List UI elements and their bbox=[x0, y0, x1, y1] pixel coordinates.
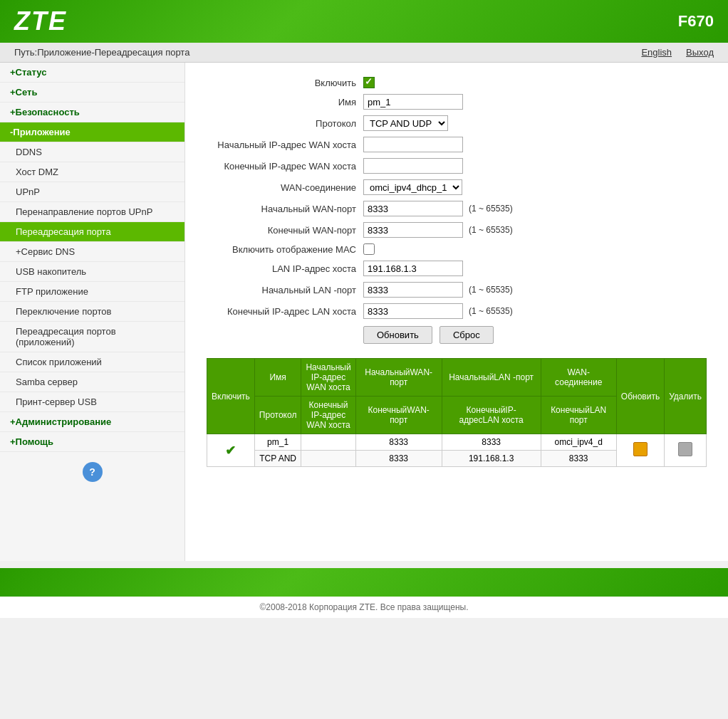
lan-ip-label: LAN IP-адрес хоста bbox=[207, 263, 363, 274]
form-row-wan-conn: WAN-соединение omci_ipv4_dhcp_1 bbox=[207, 179, 707, 195]
delete-icon[interactable] bbox=[678, 442, 692, 456]
footer-text: ©2008-2018 Корпорация ZTE. Все права защ… bbox=[0, 597, 728, 618]
th-wan-start-port: НачальныйWAN-порт bbox=[355, 359, 442, 397]
th-wan-end-port: КонечныйWAN-порт bbox=[355, 397, 442, 434]
sidebar-item-security[interactable]: +Безопасность bbox=[0, 103, 184, 122]
form-row-mac-map: Включить отображение MAC bbox=[207, 243, 707, 255]
sidebar: +Статус +Сеть +Безопасность -Приложение … bbox=[0, 63, 185, 561]
reset-button[interactable]: Сброс bbox=[440, 326, 494, 344]
wan-start-ip-input[interactable] bbox=[363, 137, 463, 152]
row-wan-conn: omci_ipv4_d bbox=[541, 434, 616, 451]
model-name: F670 bbox=[678, 12, 714, 31]
sidebar-item-port-switch[interactable]: Переключение портов bbox=[0, 302, 184, 322]
name-input[interactable] bbox=[363, 94, 463, 110]
th-delete: Удалить bbox=[665, 359, 707, 434]
wan-conn-select[interactable]: omci_ipv4_dhcp_1 bbox=[363, 179, 462, 195]
sidebar-help: ? bbox=[0, 452, 184, 492]
wan-start-port-input[interactable] bbox=[363, 201, 463, 216]
sidebar-item-port-fwd[interactable]: Переадресация порта bbox=[0, 222, 184, 242]
breadcrumb: Путь:Приложение-Переадресация порта bbox=[14, 47, 189, 58]
protocol-label: Протокол bbox=[207, 118, 363, 129]
sidebar-item-port-redir-app[interactable]: Переадресация портов (приложений) bbox=[0, 322, 184, 352]
wan-start-port-label: Начальный WAN-порт bbox=[207, 204, 363, 214]
mac-map-label: Включить отображение MAC bbox=[207, 244, 363, 255]
form-row-wan-end-port: Конечный WAN-порт (1 ~ 65535) bbox=[207, 222, 707, 238]
th-name: Имя bbox=[254, 359, 301, 397]
button-row: Обновить Сброс bbox=[363, 326, 707, 344]
row-wan-end-port: 8333 bbox=[355, 451, 442, 467]
logout-link[interactable]: Выход bbox=[686, 47, 714, 58]
lang-switch[interactable]: English bbox=[641, 47, 672, 58]
wan-start-ip-label: Начальный IP-адрес WAN хоста bbox=[207, 140, 363, 150]
lan-ip-input[interactable] bbox=[363, 261, 463, 276]
update-button[interactable]: Обновить bbox=[363, 326, 432, 344]
table-row: ✔ pm_1 8333 8333 omci_ipv4_d bbox=[207, 434, 707, 451]
form-row-lan-start-port: Начальный LAN -порт (1 ~ 65535) bbox=[207, 282, 707, 298]
enable-checkbox[interactable] bbox=[363, 77, 375, 88]
wan-end-ip-label: Конечный IP-адрес WAN хоста bbox=[207, 161, 363, 172]
wan-end-port-hint: (1 ~ 65535) bbox=[469, 225, 513, 235]
sidebar-item-print[interactable]: Принт-сервер USB bbox=[0, 392, 184, 412]
sidebar-item-app-list[interactable]: Список приложений bbox=[0, 352, 184, 372]
th-lan-end-port: КонечныйLAN порт bbox=[541, 397, 616, 434]
sidebar-item-admin[interactable]: +Администрирование bbox=[0, 412, 184, 432]
content-area: Включить Имя Протокол TCP AND UDP TCP UD… bbox=[185, 63, 728, 561]
lan-end-ip-label: Конечный IP-адрес LAN хоста bbox=[207, 306, 363, 317]
th-protocol: Протокол bbox=[254, 397, 301, 434]
wan-end-ip-input[interactable] bbox=[363, 158, 463, 174]
lan-end-ip-hint: (1 ~ 65535) bbox=[469, 306, 513, 316]
row-name: pm_1 bbox=[254, 434, 301, 451]
protocol-select[interactable]: TCP AND UDP TCP UDP bbox=[363, 115, 448, 131]
sidebar-item-samba[interactable]: Samba сервер bbox=[0, 372, 184, 392]
nav-links: English Выход bbox=[641, 47, 714, 58]
lan-start-port-hint: (1 ~ 65535) bbox=[469, 285, 513, 295]
lan-start-port-label: Начальный LAN -порт bbox=[207, 285, 363, 295]
row-update[interactable] bbox=[616, 434, 664, 467]
navbar: Путь:Приложение-Переадресация порта Engl… bbox=[0, 43, 728, 63]
sidebar-item-dmz[interactable]: Хост DMZ bbox=[0, 162, 184, 182]
row-wan-start-ip bbox=[301, 434, 355, 451]
sidebar-item-help[interactable]: +Помощь bbox=[0, 432, 184, 452]
wan-end-port-label: Конечный WAN-порт bbox=[207, 225, 363, 236]
form-row-lan-ip: LAN IP-адрес хоста bbox=[207, 261, 707, 276]
form-row-name: Имя bbox=[207, 94, 707, 110]
table-section: Включить Имя НачальныйIP-адресWAN хоста … bbox=[207, 358, 707, 467]
help-button[interactable]: ? bbox=[83, 462, 103, 482]
lan-start-port-input[interactable] bbox=[363, 282, 463, 298]
sidebar-item-usb[interactable]: USB накопитель bbox=[0, 262, 184, 282]
sidebar-item-app[interactable]: -Приложение bbox=[0, 122, 184, 142]
th-lan-start-port: НачальныйLAN -порт bbox=[442, 359, 541, 397]
sidebar-item-upnp[interactable]: UPnP bbox=[0, 182, 184, 202]
sidebar-item-network[interactable]: +Сеть bbox=[0, 83, 184, 103]
edit-icon[interactable] bbox=[633, 442, 648, 456]
wan-end-port-input[interactable] bbox=[363, 222, 463, 238]
row-enable: ✔ bbox=[207, 434, 255, 467]
th-lan-end-ip: КонечныйIP-адресLAN хоста bbox=[442, 397, 541, 434]
th-wan-conn: WAN-соединение bbox=[541, 359, 616, 397]
sidebar-item-status[interactable]: +Статус bbox=[0, 63, 184, 83]
sidebar-item-upnp-redir[interactable]: Перенаправление портов UPnP bbox=[0, 202, 184, 222]
sidebar-item-dns-svc[interactable]: +Сервис DNS bbox=[0, 242, 184, 262]
th-enable: Включить bbox=[207, 359, 255, 434]
form-section: Включить Имя Протокол TCP AND UDP TCP UD… bbox=[207, 77, 707, 344]
enable-label: Включить bbox=[207, 78, 363, 88]
zte-logo: ZTE bbox=[14, 6, 67, 36]
footer-bar bbox=[0, 568, 728, 597]
form-row-wan-end-ip: Конечный IP-адрес WAN хоста bbox=[207, 158, 707, 174]
th-update: Обновить bbox=[616, 359, 664, 434]
row-lan-start-port: 8333 bbox=[442, 434, 541, 451]
row-delete[interactable] bbox=[665, 434, 707, 467]
mac-map-checkbox[interactable] bbox=[363, 243, 375, 255]
lan-end-ip-input[interactable] bbox=[363, 303, 463, 319]
sidebar-item-ddns[interactable]: DDNS bbox=[0, 142, 184, 162]
wan-conn-label: WAN-соединение bbox=[207, 182, 363, 193]
row-wan-start-port: 8333 bbox=[355, 434, 442, 451]
row-lan-end-ip: 191.168.1.3 bbox=[442, 451, 541, 467]
port-fwd-table: Включить Имя НачальныйIP-адресWAN хоста … bbox=[207, 358, 707, 467]
th-wan-start-ip: НачальныйIP-адресWAN хоста bbox=[301, 359, 355, 397]
form-row-lan-end-ip: Конечный IP-адрес LAN хоста (1 ~ 65535) bbox=[207, 303, 707, 319]
sidebar-item-ftp[interactable]: FTP приложение bbox=[0, 282, 184, 302]
name-label: Имя bbox=[207, 97, 363, 107]
form-row-wan-start-ip: Начальный IP-адрес WAN хоста bbox=[207, 137, 707, 152]
row-protocol: TCP AND bbox=[254, 451, 301, 467]
